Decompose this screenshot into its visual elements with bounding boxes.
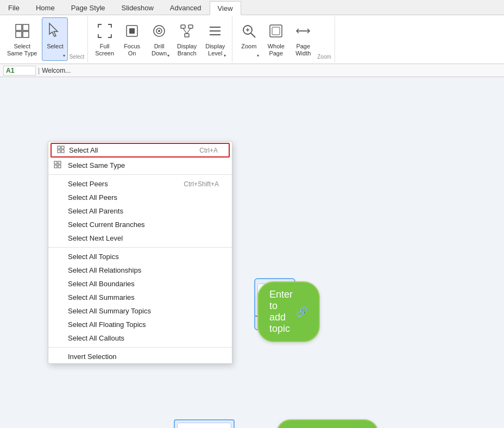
select-all-boundaries-label: Select All Boundaries — [68, 280, 135, 288]
svg-rect-28 — [61, 146, 64, 149]
svg-rect-23 — [272, 27, 280, 35]
select-same-type-button[interactable]: Select Same Type — [3, 17, 41, 61]
select-button[interactable]: Select ▾ — [42, 17, 68, 61]
display-level-icon — [206, 20, 224, 42]
svg-marker-4 — [49, 23, 58, 36]
select-same-type-icon — [14, 20, 31, 42]
svg-rect-12 — [185, 34, 189, 37]
select-all-summaries-label: Select All Summaries — [68, 293, 135, 301]
display-level-label: Display Level — [205, 43, 225, 57]
svg-rect-32 — [58, 161, 61, 164]
display-branch-label: Display Branch — [177, 43, 197, 57]
svg-rect-22 — [270, 25, 282, 37]
zoom-label: Zoom — [241, 43, 256, 50]
ribbon: Select Same Type Select ▾ Select — [0, 15, 504, 64]
select-all-label: Select All — [69, 146, 98, 154]
select-next-level-label: Select Next Level — [68, 234, 123, 242]
tab-slideshow[interactable]: Slideshow — [114, 1, 162, 15]
menu-item-select-all-parents[interactable]: Select All Parents — [48, 204, 232, 218]
select-all-relationships-label: Select All Relationships — [68, 266, 141, 274]
menu-item-select-all-floating-topics[interactable]: Select All Floating Topics — [48, 318, 232, 331]
focus-on-label: Focus On — [124, 43, 140, 57]
zoom-arrow: ▾ — [257, 53, 259, 58]
select-peers-shortcut: Ctrl+Shift+A — [184, 180, 219, 188]
display-level-button[interactable]: Display Level ▾ — [201, 17, 229, 61]
svg-point-9 — [158, 30, 160, 32]
select-icon — [46, 20, 64, 42]
svg-rect-11 — [188, 25, 193, 28]
focus-on-icon — [123, 20, 141, 42]
svg-rect-0 — [16, 24, 22, 30]
svg-rect-34 — [58, 165, 61, 168]
svg-rect-3 — [23, 32, 29, 37]
menu-item-select-all[interactable]: Select All Ctrl+A — [51, 143, 230, 158]
ribbon-group-zoom: Zoom ▾ Whole Page Page Width — [232, 16, 335, 62]
svg-rect-31 — [54, 161, 57, 164]
page-width-label: Page Width — [295, 43, 311, 57]
whole-page-button[interactable]: Whole Page — [263, 17, 289, 61]
tab-bar: File Home Page Style Slideshow Advanced … — [0, 0, 504, 15]
tab-home[interactable]: Home — [28, 1, 63, 15]
select-same-type-menu-icon — [54, 161, 61, 170]
select-dropdown-arrow: ▾ — [63, 53, 65, 58]
svg-rect-33 — [54, 165, 57, 168]
enter-topic-label: Enter to add topic — [269, 289, 293, 335]
select-same-type-label: Select Same Type — [7, 43, 37, 57]
svg-line-19 — [251, 33, 255, 37]
svg-rect-30 — [61, 150, 64, 153]
select-all-shortcut: Ctrl+A — [199, 147, 218, 154]
enter-topic-node[interactable]: Enter to add topic 🔗 — [257, 281, 320, 342]
menu-item-select-all-boundaries[interactable]: Select All Boundaries — [48, 277, 232, 291]
formula-separator: | — [38, 67, 40, 74]
menu-item-select-peers[interactable]: Select Peers Ctrl+Shift+A — [48, 177, 232, 191]
zoom-icon — [240, 20, 257, 42]
ribbon-group-select: Select Same Type Select ▾ Select — [0, 16, 88, 62]
drill-down-button[interactable]: Drill Down ▾ — [146, 17, 172, 61]
page-width-icon — [294, 20, 312, 42]
svg-rect-10 — [181, 25, 185, 28]
select-all-icon — [57, 146, 65, 155]
select-label: Select — [47, 43, 64, 50]
menu-item-select-same-type[interactable]: Select Same Type — [48, 159, 232, 172]
menu-item-select-all-topics[interactable]: Select All Topics — [48, 250, 232, 263]
name-box[interactable]: A1 — [3, 66, 36, 75]
full-screen-button[interactable]: Full Screen — [91, 17, 118, 61]
drill-down-arrow: ▾ — [167, 53, 169, 58]
menu-item-select-all-relationships[interactable]: Select All Relationships — [48, 263, 232, 277]
select-same-type-menu-label: Select Same Type — [68, 161, 125, 169]
zoom-group-label: Zoom — [317, 53, 331, 60]
svg-line-14 — [187, 28, 191, 34]
divider-2 — [48, 247, 232, 248]
menu-item-select-all-summary-topics[interactable]: Select All Summary Topics — [48, 304, 232, 318]
select-current-branches-label: Select Current Branches — [68, 221, 145, 229]
menu-item-select-all-peers[interactable]: Select All Peers — [48, 191, 232, 204]
subtopic-1[interactable]: Subtopic — [177, 423, 231, 428]
menu-item-select-all-summaries[interactable]: Select All Summaries — [48, 291, 232, 304]
focus-on-button[interactable]: Focus On — [119, 17, 145, 61]
tab-view[interactable]: View — [210, 1, 241, 15]
drill-down-label: Drill Down — [152, 43, 167, 57]
invert-selection-label: Invert Selection — [68, 353, 117, 361]
main-content: Enter to add topic 🔗 📅 2/22 - 2/23 : 1.0… — [0, 77, 504, 428]
enter-topic-icon: 🔗 — [296, 306, 308, 318]
menu-item-invert-selection[interactable]: Invert Selection — [48, 350, 232, 363]
menu-item-select-all-callouts[interactable]: Select All Callouts — [48, 331, 232, 345]
tab-file[interactable]: File — [0, 1, 28, 15]
main-topic-node[interactable]: Main Topic ✏️ — [276, 419, 379, 428]
full-screen-label: Full Screen — [95, 43, 114, 57]
dropdown-menu: Select All Ctrl+A Select Same Type Selec… — [48, 141, 232, 364]
menu-item-select-current-branches[interactable]: Select Current Branches — [48, 218, 232, 231]
page-width-button[interactable]: Page Width — [290, 17, 316, 61]
svg-line-13 — [183, 28, 187, 34]
select-peers-label: Select Peers — [68, 180, 108, 188]
svg-rect-1 — [23, 24, 29, 30]
tab-advanced[interactable]: Advanced — [162, 1, 210, 15]
subtopic-group: Subtopic Subtopic — [174, 419, 235, 428]
zoom-button[interactable]: Zoom ▾ — [236, 17, 262, 61]
tab-page-style[interactable]: Page Style — [63, 1, 114, 15]
menu-item-select-next-level[interactable]: Select Next Level — [48, 231, 232, 245]
display-branch-button[interactable]: Display Branch — [173, 17, 200, 61]
whole-page-icon — [267, 20, 285, 42]
ribbon-group-view: Full Screen Focus On Drill Down ▾ — [88, 16, 232, 62]
formula-content: Welcom... — [42, 67, 71, 74]
